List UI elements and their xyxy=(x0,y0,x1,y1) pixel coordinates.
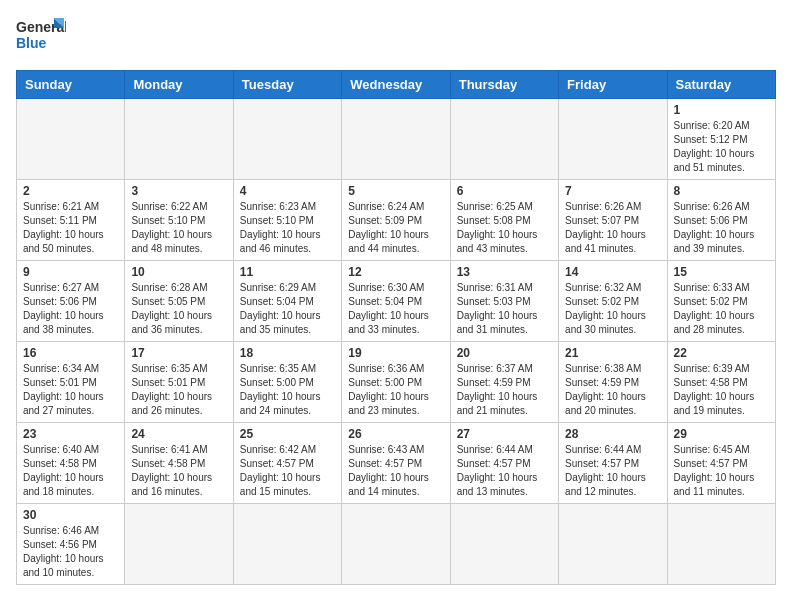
day-number: 4 xyxy=(240,184,335,198)
day-number: 21 xyxy=(565,346,660,360)
day-number: 5 xyxy=(348,184,443,198)
day-number: 18 xyxy=(240,346,335,360)
day-info: Sunrise: 6:32 AMSunset: 5:02 PMDaylight:… xyxy=(565,281,660,337)
day-cell xyxy=(559,504,667,585)
day-info: Sunrise: 6:35 AMSunset: 5:00 PMDaylight:… xyxy=(240,362,335,418)
day-number: 11 xyxy=(240,265,335,279)
day-info: Sunrise: 6:30 AMSunset: 5:04 PMDaylight:… xyxy=(348,281,443,337)
day-cell: 17Sunrise: 6:35 AMSunset: 5:01 PMDayligh… xyxy=(125,342,233,423)
weekday-header-thursday: Thursday xyxy=(450,71,558,99)
day-number: 19 xyxy=(348,346,443,360)
day-cell: 16Sunrise: 6:34 AMSunset: 5:01 PMDayligh… xyxy=(17,342,125,423)
day-info: Sunrise: 6:36 AMSunset: 5:00 PMDaylight:… xyxy=(348,362,443,418)
day-info: Sunrise: 6:39 AMSunset: 4:58 PMDaylight:… xyxy=(674,362,769,418)
day-cell xyxy=(342,504,450,585)
day-cell: 26Sunrise: 6:43 AMSunset: 4:57 PMDayligh… xyxy=(342,423,450,504)
day-number: 15 xyxy=(674,265,769,279)
logo: General Blue xyxy=(16,16,66,58)
day-number: 28 xyxy=(565,427,660,441)
week-row-3: 9Sunrise: 6:27 AMSunset: 5:06 PMDaylight… xyxy=(17,261,776,342)
day-cell: 19Sunrise: 6:36 AMSunset: 5:00 PMDayligh… xyxy=(342,342,450,423)
day-cell: 12Sunrise: 6:30 AMSunset: 5:04 PMDayligh… xyxy=(342,261,450,342)
day-cell: 30Sunrise: 6:46 AMSunset: 4:56 PMDayligh… xyxy=(17,504,125,585)
weekday-header-monday: Monday xyxy=(125,71,233,99)
logo-svg: General Blue xyxy=(16,16,66,58)
day-info: Sunrise: 6:37 AMSunset: 4:59 PMDaylight:… xyxy=(457,362,552,418)
day-number: 30 xyxy=(23,508,118,522)
day-cell: 8Sunrise: 6:26 AMSunset: 5:06 PMDaylight… xyxy=(667,180,775,261)
day-number: 27 xyxy=(457,427,552,441)
weekday-header-friday: Friday xyxy=(559,71,667,99)
day-info: Sunrise: 6:27 AMSunset: 5:06 PMDaylight:… xyxy=(23,281,118,337)
day-number: 23 xyxy=(23,427,118,441)
day-info: Sunrise: 6:29 AMSunset: 5:04 PMDaylight:… xyxy=(240,281,335,337)
day-cell: 28Sunrise: 6:44 AMSunset: 4:57 PMDayligh… xyxy=(559,423,667,504)
weekday-header-sunday: Sunday xyxy=(17,71,125,99)
day-cell xyxy=(125,99,233,180)
day-info: Sunrise: 6:24 AMSunset: 5:09 PMDaylight:… xyxy=(348,200,443,256)
day-number: 24 xyxy=(131,427,226,441)
weekday-header-wednesday: Wednesday xyxy=(342,71,450,99)
day-info: Sunrise: 6:44 AMSunset: 4:57 PMDaylight:… xyxy=(565,443,660,499)
day-number: 10 xyxy=(131,265,226,279)
day-cell: 4Sunrise: 6:23 AMSunset: 5:10 PMDaylight… xyxy=(233,180,341,261)
day-cell: 9Sunrise: 6:27 AMSunset: 5:06 PMDaylight… xyxy=(17,261,125,342)
day-cell: 20Sunrise: 6:37 AMSunset: 4:59 PMDayligh… xyxy=(450,342,558,423)
day-cell xyxy=(17,99,125,180)
week-row-2: 2Sunrise: 6:21 AMSunset: 5:11 PMDaylight… xyxy=(17,180,776,261)
day-number: 20 xyxy=(457,346,552,360)
day-info: Sunrise: 6:26 AMSunset: 5:07 PMDaylight:… xyxy=(565,200,660,256)
day-info: Sunrise: 6:43 AMSunset: 4:57 PMDaylight:… xyxy=(348,443,443,499)
day-number: 2 xyxy=(23,184,118,198)
week-row-1: 1Sunrise: 6:20 AMSunset: 5:12 PMDaylight… xyxy=(17,99,776,180)
day-cell: 1Sunrise: 6:20 AMSunset: 5:12 PMDaylight… xyxy=(667,99,775,180)
day-cell: 27Sunrise: 6:44 AMSunset: 4:57 PMDayligh… xyxy=(450,423,558,504)
day-info: Sunrise: 6:33 AMSunset: 5:02 PMDaylight:… xyxy=(674,281,769,337)
day-cell xyxy=(667,504,775,585)
day-number: 7 xyxy=(565,184,660,198)
day-cell xyxy=(342,99,450,180)
week-row-6: 30Sunrise: 6:46 AMSunset: 4:56 PMDayligh… xyxy=(17,504,776,585)
day-cell: 2Sunrise: 6:21 AMSunset: 5:11 PMDaylight… xyxy=(17,180,125,261)
day-cell: 11Sunrise: 6:29 AMSunset: 5:04 PMDayligh… xyxy=(233,261,341,342)
day-info: Sunrise: 6:26 AMSunset: 5:06 PMDaylight:… xyxy=(674,200,769,256)
day-cell: 7Sunrise: 6:26 AMSunset: 5:07 PMDaylight… xyxy=(559,180,667,261)
day-cell xyxy=(125,504,233,585)
day-cell: 21Sunrise: 6:38 AMSunset: 4:59 PMDayligh… xyxy=(559,342,667,423)
day-number: 13 xyxy=(457,265,552,279)
day-info: Sunrise: 6:31 AMSunset: 5:03 PMDaylight:… xyxy=(457,281,552,337)
day-number: 29 xyxy=(674,427,769,441)
day-info: Sunrise: 6:41 AMSunset: 4:58 PMDaylight:… xyxy=(131,443,226,499)
day-cell: 13Sunrise: 6:31 AMSunset: 5:03 PMDayligh… xyxy=(450,261,558,342)
day-info: Sunrise: 6:21 AMSunset: 5:11 PMDaylight:… xyxy=(23,200,118,256)
day-cell xyxy=(559,99,667,180)
day-number: 12 xyxy=(348,265,443,279)
day-number: 3 xyxy=(131,184,226,198)
week-row-5: 23Sunrise: 6:40 AMSunset: 4:58 PMDayligh… xyxy=(17,423,776,504)
day-cell: 3Sunrise: 6:22 AMSunset: 5:10 PMDaylight… xyxy=(125,180,233,261)
day-cell xyxy=(233,504,341,585)
header: General Blue xyxy=(16,16,776,58)
day-info: Sunrise: 6:42 AMSunset: 4:57 PMDaylight:… xyxy=(240,443,335,499)
weekday-header-saturday: Saturday xyxy=(667,71,775,99)
day-number: 14 xyxy=(565,265,660,279)
day-cell: 14Sunrise: 6:32 AMSunset: 5:02 PMDayligh… xyxy=(559,261,667,342)
weekday-header-row: SundayMondayTuesdayWednesdayThursdayFrid… xyxy=(17,71,776,99)
svg-text:Blue: Blue xyxy=(16,35,47,51)
day-number: 1 xyxy=(674,103,769,117)
day-number: 25 xyxy=(240,427,335,441)
day-info: Sunrise: 6:46 AMSunset: 4:56 PMDaylight:… xyxy=(23,524,118,580)
day-cell: 6Sunrise: 6:25 AMSunset: 5:08 PMDaylight… xyxy=(450,180,558,261)
day-info: Sunrise: 6:45 AMSunset: 4:57 PMDaylight:… xyxy=(674,443,769,499)
day-info: Sunrise: 6:34 AMSunset: 5:01 PMDaylight:… xyxy=(23,362,118,418)
day-cell xyxy=(450,504,558,585)
weekday-header-tuesday: Tuesday xyxy=(233,71,341,99)
day-cell: 15Sunrise: 6:33 AMSunset: 5:02 PMDayligh… xyxy=(667,261,775,342)
day-info: Sunrise: 6:40 AMSunset: 4:58 PMDaylight:… xyxy=(23,443,118,499)
day-number: 16 xyxy=(23,346,118,360)
day-info: Sunrise: 6:35 AMSunset: 5:01 PMDaylight:… xyxy=(131,362,226,418)
calendar: SundayMondayTuesdayWednesdayThursdayFrid… xyxy=(16,70,776,585)
day-cell: 10Sunrise: 6:28 AMSunset: 5:05 PMDayligh… xyxy=(125,261,233,342)
day-number: 6 xyxy=(457,184,552,198)
day-info: Sunrise: 6:44 AMSunset: 4:57 PMDaylight:… xyxy=(457,443,552,499)
